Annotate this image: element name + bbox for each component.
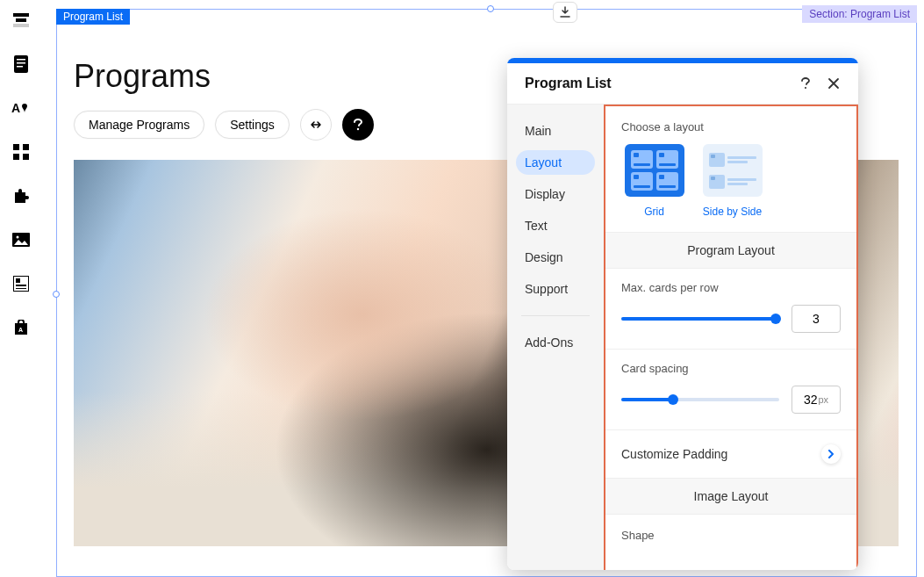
svg-rect-11 [23,154,29,160]
page-icon[interactable] [11,54,31,74]
panel-content: Choose a layout Grid Side by Side [604,105,858,570]
shape-label: Shape [605,515,856,565]
theme-icon[interactable]: A [11,98,31,118]
spacing-label: Card spacing [621,362,841,375]
svg-rect-6 [17,66,23,68]
layout-option-side[interactable]: Side by Side [699,144,765,218]
layout-side-label: Side by Side [699,206,765,218]
svg-rect-16 [16,285,26,286]
svg-rect-10 [13,154,19,160]
layout-option-grid[interactable]: Grid [621,144,687,218]
panel-close-icon[interactable] [827,76,841,90]
data-icon[interactable] [11,274,31,293]
spacing-slider[interactable] [621,398,779,401]
store-icon[interactable]: AA [11,318,31,337]
chevron-right-icon [821,444,841,464]
layout-grid-label: Grid [621,206,687,218]
svg-rect-17 [16,288,26,289]
svg-rect-1 [16,18,26,22]
choose-layout-label: Choose a layout [621,120,841,133]
svg-rect-5 [17,62,25,64]
download-button[interactable] [553,2,577,23]
nav-main[interactable]: Main [516,119,595,143]
nav-addons[interactable]: Add-Ons [516,330,595,355]
panel-help-icon[interactable] [799,76,813,90]
max-cards-input[interactable]: 3 [791,305,841,333]
editor-sidebar: A AA [0,0,42,577]
svg-rect-0 [13,13,29,17]
settings-panel: Program List Main Layout Display Text De… [507,58,858,570]
section-label: Program List [56,9,130,25]
svg-rect-2 [13,24,29,27]
nav-text[interactable]: Text [516,213,595,238]
svg-rect-15 [16,278,20,283]
nav-design[interactable]: Design [516,245,595,270]
svg-text:A: A [18,327,23,333]
apps-icon[interactable] [11,142,31,162]
program-layout-header: Program Layout [605,233,856,269]
max-cards-slider[interactable] [621,317,779,321]
resize-handle-left[interactable] [53,291,60,298]
svg-point-13 [17,236,19,239]
nav-layout[interactable]: Layout [516,150,595,175]
max-cards-label: Max. cards per row [621,281,841,294]
panel-nav: Main Layout Display Text Design Support … [507,105,604,570]
stretch-button[interactable] [300,109,332,141]
manage-programs-button[interactable]: Manage Programs [74,111,204,139]
image-layout-header: Image Layout [605,479,856,515]
layers-icon[interactable] [11,11,31,30]
svg-rect-14 [13,276,29,292]
svg-rect-8 [13,144,19,150]
section-tag: Section: Program List [802,5,917,23]
nav-display[interactable]: Display [516,182,595,206]
help-button[interactable] [342,109,374,141]
customize-padding-row[interactable]: Customize Padding [605,430,856,479]
plugins-icon[interactable] [11,186,31,206]
customize-padding-label: Customize Padding [621,447,727,461]
panel-title: Program List [525,76,784,91]
panel-header: Program List [507,63,858,105]
svg-rect-9 [23,144,29,150]
svg-text:A: A [11,101,20,115]
svg-rect-4 [17,59,25,61]
resize-handle-top[interactable] [487,5,494,12]
media-icon[interactable] [11,230,31,249]
settings-button[interactable]: Settings [215,111,290,139]
canvas: Program List Section: Program List Progr… [42,0,924,577]
spacing-input[interactable]: 32px [791,386,841,414]
svg-point-21 [357,128,359,130]
svg-rect-3 [14,55,28,73]
nav-support[interactable]: Support [516,277,595,301]
svg-point-22 [805,87,806,89]
